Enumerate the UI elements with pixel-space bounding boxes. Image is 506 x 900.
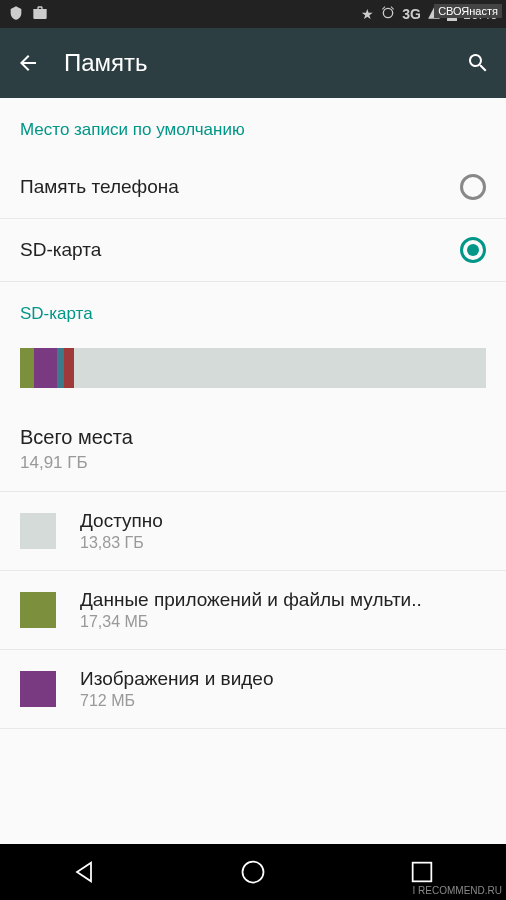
page-title: Память: [64, 49, 466, 77]
back-button[interactable]: [16, 51, 40, 75]
storage-segment: [57, 348, 64, 388]
watermark-label-2: I RECOMMEND.RU: [413, 885, 502, 896]
storage-segment: [34, 348, 57, 388]
category-text: Данные приложений и файлы мульти..17,34 …: [80, 589, 486, 631]
section-header-default-write: Место записи по умолчанию: [0, 98, 506, 156]
watermark-label: СВОЯнастя: [434, 4, 502, 18]
total-title: Всего места: [20, 426, 486, 449]
search-button[interactable]: [466, 51, 490, 75]
category-title: Изображения и видео: [80, 668, 486, 690]
shop-icon: [32, 5, 48, 24]
storage-category-item[interactable]: Изображения и видео712 МБ: [0, 650, 506, 729]
category-text: Доступно13,83 ГБ: [80, 510, 486, 552]
svg-point-2: [242, 862, 263, 883]
radio-label: SD-карта: [20, 239, 101, 261]
storage-category-item[interactable]: Данные приложений и файлы мульти..17,34 …: [0, 571, 506, 650]
status-left: [8, 5, 48, 24]
radio-unchecked-icon: [460, 174, 486, 200]
svg-rect-3: [412, 863, 431, 882]
section-header-sd: SD-карта: [0, 282, 506, 340]
app-bar: Память: [0, 28, 506, 98]
nav-recent-button[interactable]: [408, 858, 436, 886]
storage-category-item[interactable]: Доступно13,83 ГБ: [0, 492, 506, 571]
storage-segment: [64, 348, 73, 388]
category-text: Изображения и видео712 МБ: [80, 668, 486, 710]
category-title: Доступно: [80, 510, 486, 532]
network-type: 3G: [402, 6, 421, 22]
category-color-swatch: [20, 592, 56, 628]
alarm-icon: [380, 5, 396, 24]
category-color-swatch: [20, 513, 56, 549]
category-value: 712 МБ: [80, 692, 486, 710]
category-value: 17,34 МБ: [80, 613, 486, 631]
storage-segment: [20, 348, 34, 388]
star-icon: ★: [361, 6, 374, 22]
radio-label: Память телефона: [20, 176, 179, 198]
total-value: 14,91 ГБ: [20, 453, 486, 473]
shield-icon: [8, 5, 24, 24]
nav-home-button[interactable]: [239, 858, 267, 886]
category-title: Данные приложений и файлы мульти..: [80, 589, 486, 611]
storage-usage-bar: [20, 348, 486, 388]
nav-back-button[interactable]: [70, 858, 98, 886]
category-value: 13,83 ГБ: [80, 534, 486, 552]
total-space-item: Всего места 14,91 ГБ: [0, 408, 506, 492]
content-area: Место записи по умолчанию Память телефон…: [0, 98, 506, 729]
category-color-swatch: [20, 671, 56, 707]
radio-option-sd[interactable]: SD-карта: [0, 219, 506, 282]
status-bar: ★ 3G 16:49: [0, 0, 506, 28]
radio-checked-icon: [460, 237, 486, 263]
radio-option-phone[interactable]: Память телефона: [0, 156, 506, 219]
